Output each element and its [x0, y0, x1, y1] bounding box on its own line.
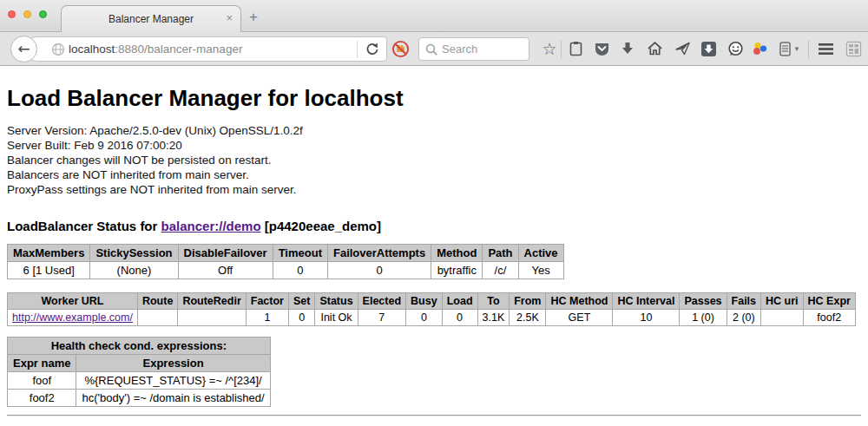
cell-disablefailover: Off — [178, 262, 273, 279]
col-hc-interval: HC Interval — [613, 293, 680, 310]
col-factor: Factor — [246, 293, 288, 310]
url-bar[interactable]: localhost:8880/balancer-manager — [24, 36, 387, 62]
server-version-line: Server Version: Apache/2.5.0-dev (Unix) … — [7, 123, 861, 138]
cell-routeredir — [178, 310, 246, 326]
col-stickysession: StickySession — [90, 245, 178, 262]
cell-maxmembers: 6 [1 Used] — [8, 262, 90, 279]
close-window-button[interactable] — [8, 10, 16, 18]
cell-set: 0 — [288, 310, 314, 326]
pocket-icon[interactable] — [592, 39, 611, 58]
browser-tab[interactable]: Balancer Manager × — [61, 5, 241, 32]
menu-hamburger-icon[interactable] — [816, 39, 835, 58]
col-expr-name: Expr name — [8, 355, 76, 372]
cell-hc-method: GET — [546, 310, 613, 326]
cell-factor: 1 — [246, 310, 288, 326]
back-arrow-icon: ← — [17, 42, 30, 56]
col-maxmembers: MaxMembers — [8, 245, 90, 262]
minimize-window-button[interactable] — [23, 10, 31, 18]
page-content: Load Balancer Manager for localhost Serv… — [0, 66, 868, 416]
search-bar[interactable] — [418, 37, 529, 61]
server-info: Server Version: Apache/2.5.0-dev (Unix) … — [7, 123, 861, 197]
cell-active: Yes — [518, 262, 563, 279]
plugin-blocked-icon[interactable] — [391, 39, 410, 58]
col-failoverattempts: FailoverAttempts — [327, 245, 431, 262]
cell-expression: %{REQUEST_STATUS} =~ /^[234]/ — [76, 372, 270, 390]
col-hc-method: HC Method — [546, 293, 613, 310]
cell-status: Init Ok — [315, 310, 358, 326]
home-icon[interactable] — [645, 39, 664, 58]
colored-dots-extension-icon[interactable] — [751, 39, 770, 58]
inherit-note-line: Balancers are NOT inherited from main se… — [7, 167, 861, 182]
cell-stickysession: (None) — [90, 262, 178, 279]
cell-from: 2.5K — [510, 310, 546, 326]
col-to: To — [477, 293, 510, 310]
urlbar-divider — [357, 41, 358, 58]
col-hc-expr: HC Expr — [803, 293, 855, 310]
table-row: 6 [1 Used] (None) Off 0 0 bytraffic /c/ … — [8, 262, 564, 279]
col-hc-uri: HC uri — [761, 293, 804, 310]
cell-hc-interval: 10 — [613, 310, 680, 326]
col-passes: Passes — [680, 293, 727, 310]
col-disablefailover: DisableFailover — [178, 245, 273, 262]
cell-method: bytraffic — [431, 262, 483, 279]
bookmark-star-icon[interactable]: ☆ — [540, 39, 559, 58]
persist-note-line: Balancer changes will NOT be persisted o… — [7, 153, 861, 167]
cell-timeout: 0 — [273, 262, 327, 279]
cell-worker-url: http://www.example.com/ — [8, 310, 138, 326]
col-route: Route — [137, 293, 177, 310]
table-header-row: MaxMembers StickySession DisableFailover… — [8, 245, 564, 262]
col-from: From — [510, 293, 546, 310]
table-row: http://www.example.com/ 1 0 Init Ok 7 0 … — [8, 310, 856, 326]
proxypass-note-line: ProxyPass settings are NOT inherited fro… — [7, 182, 861, 197]
globe-icon — [51, 43, 65, 60]
cell-expr-name: foof — [8, 372, 76, 390]
close-tab-icon[interactable]: × — [226, 12, 233, 24]
balancer-demo-link[interactable]: balancer://demo — [161, 219, 261, 233]
col-active: Active — [518, 245, 563, 262]
new-tab-button[interactable]: + — [249, 9, 258, 26]
page-title: Load Balancer Manager for localhost — [7, 66, 861, 112]
toolbar-divider — [808, 40, 809, 58]
tab-groups-icon[interactable] — [844, 39, 863, 58]
zoom-window-button[interactable] — [39, 10, 47, 18]
url-path: :8880/balancer-manager — [115, 43, 242, 56]
table-row: foof2 hc('body') =~ /domain is establish… — [8, 390, 271, 407]
table-header-row: Worker URL Route RouteRedir Factor Set S… — [8, 293, 856, 310]
health-table-title: Health check cond. expressions: — [8, 338, 271, 355]
worker-url-link[interactable]: http://www.example.com/ — [12, 311, 133, 324]
col-path: Path — [483, 245, 518, 262]
reload-icon[interactable] — [365, 42, 380, 61]
toolbar-divider — [561, 40, 562, 58]
col-timeout: Timeout — [273, 245, 327, 262]
col-routeredir: RouteRedir — [178, 293, 246, 310]
col-elected: Elected — [358, 293, 405, 310]
cell-failoverattempts: 0 — [327, 262, 431, 279]
cell-busy: 0 — [406, 310, 443, 326]
cell-expression: hc('body') =~ /domain is established/ — [76, 390, 270, 407]
worker-status-table: Worker URL Route RouteRedir Factor Set S… — [7, 292, 856, 326]
clipboard-icon[interactable] — [566, 39, 585, 58]
server-built-line: Server Built: Feb 9 2016 07:00:20 — [7, 138, 861, 153]
cell-expr-name: foof2 — [8, 390, 76, 407]
status-heading-prefix: LoadBalancer Status for — [7, 219, 157, 233]
cell-hc-uri — [761, 310, 804, 326]
cell-hc-expr: foof2 — [803, 310, 855, 326]
search-input[interactable] — [442, 39, 524, 59]
col-worker-url: Worker URL — [8, 293, 138, 310]
window-titlebar: Balancer Manager × + — [0, 0, 868, 32]
back-button[interactable]: ← — [10, 36, 37, 62]
tab-title: Balancer Manager — [108, 13, 194, 25]
col-busy: Busy — [406, 293, 443, 310]
send-plane-icon[interactable] — [673, 39, 692, 58]
url-text[interactable]: localhost:8880/balancer-manager — [69, 37, 242, 61]
feedback-smiley-icon[interactable] — [726, 39, 745, 58]
extension-download-square-icon[interactable] — [699, 39, 718, 58]
col-status: Status — [315, 293, 358, 310]
loadbalancer-status-heading: LoadBalancer Status for balancer://demo … — [7, 219, 861, 233]
cell-passes: 1 (0) — [680, 310, 727, 326]
search-icon — [425, 43, 438, 56]
cell-fails: 2 (0) — [727, 310, 761, 326]
downloads-icon[interactable] — [618, 39, 637, 58]
col-method: Method — [431, 245, 483, 262]
chevron-down-icon[interactable]: ▾ — [792, 39, 802, 58]
